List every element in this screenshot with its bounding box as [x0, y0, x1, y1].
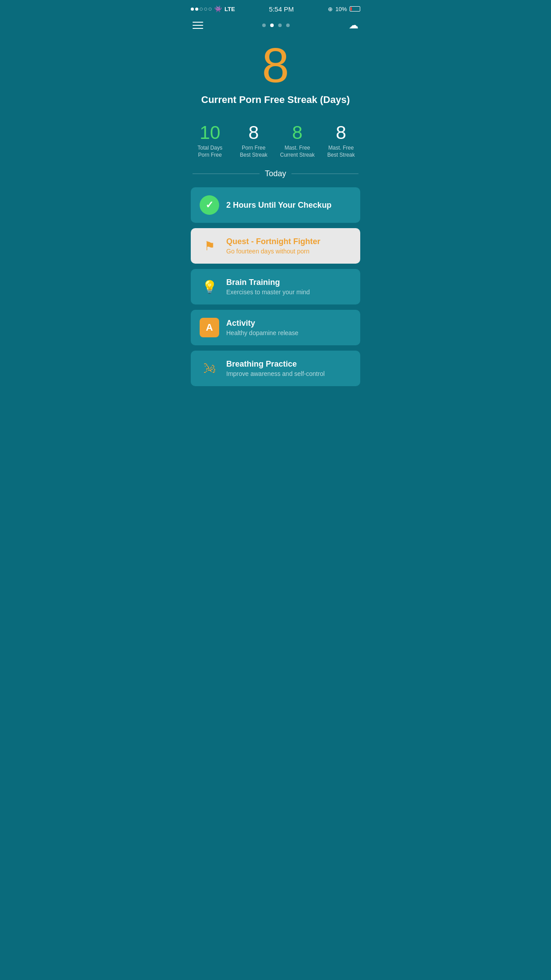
stats-row: 10 Total DaysPorn Free 8 Porn FreeBest S… [184, 115, 367, 169]
cloud-icon[interactable]: ☁ [349, 20, 358, 31]
stat-value-total-days: 10 [188, 123, 232, 142]
quest-subtitle: Go fourteen days without porn [226, 248, 351, 255]
page-dot-1[interactable] [262, 24, 266, 27]
signal-dot-1 [191, 8, 194, 11]
activity-letter: A [206, 322, 213, 333]
game-icon: 👾 [214, 5, 222, 12]
divider-left [193, 174, 260, 174]
check-circle-icon: ✓ [200, 195, 219, 215]
orientation-lock-icon: ⊕ [328, 6, 333, 12]
breathing-subtitle: Improve awareness and self-control [226, 370, 351, 377]
today-divider: Today [184, 169, 367, 187]
wind-symbol: 🌬 [203, 361, 216, 376]
activity-text: Activity Healthy dopamine release [226, 319, 351, 336]
quest-text: Quest - Fortnight Fighter Go fourteen da… [226, 237, 351, 255]
page-dot-4[interactable] [286, 24, 290, 27]
streak-label: Current Porn Free Streak (Days) [193, 94, 358, 106]
signal-dots [191, 8, 212, 11]
activity-subtitle: Healthy dopamine release [226, 329, 351, 336]
stat-label-total-days: Total DaysPorn Free [188, 145, 232, 158]
brain-title: Brain Training [226, 278, 351, 287]
flag-symbol: ⚑ [204, 239, 215, 253]
checkup-title: 2 Hours Until Your Checkup [226, 201, 351, 210]
battery-percent: 10% [335, 6, 347, 12]
hamburger-line-2 [193, 25, 203, 26]
breathing-text: Breathing Practice Improve awareness and… [226, 360, 351, 377]
checkup-text: 2 Hours Until Your Checkup [226, 201, 351, 210]
cards-section: ✓ 2 Hours Until Your Checkup ⚑ Quest - F… [184, 187, 367, 386]
hamburger-line-3 [193, 28, 203, 29]
wind-icon: 🌬 [200, 359, 219, 378]
hamburger-line-1 [193, 22, 203, 23]
stat-value-mast-free-best: 8 [319, 123, 363, 142]
quest-card[interactable]: ⚑ Quest - Fortnight Fighter Go fourteen … [191, 228, 360, 264]
page-indicator [262, 24, 290, 27]
nav-bar: ☁ [184, 16, 367, 36]
stat-label-porn-free-best: Porn FreeBest Streak [232, 145, 276, 158]
stat-value-mast-free-current: 8 [276, 123, 319, 142]
stat-value-porn-free-best: 8 [232, 123, 276, 142]
divider-right [291, 174, 358, 174]
activity-card[interactable]: A Activity Healthy dopamine release [191, 310, 360, 345]
flag-icon: ⚑ [200, 236, 219, 256]
signal-dot-2 [195, 8, 198, 11]
bulb-icon: 💡 [200, 277, 219, 296]
battery-body [350, 6, 360, 12]
status-time: 5:54 PM [269, 5, 294, 13]
quest-title: Quest - Fortnight Fighter [226, 237, 351, 246]
signal-dot-5 [209, 8, 212, 11]
lte-label: LTE [224, 6, 235, 12]
status-bar: 👾 LTE 5:54 PM ⊕ 10% [184, 0, 367, 16]
signal-dot-4 [204, 8, 207, 11]
today-label: Today [265, 169, 286, 178]
bottom-padding [184, 386, 367, 395]
status-left: 👾 LTE [191, 5, 235, 12]
activity-title: Activity [226, 319, 351, 328]
battery-icon [350, 6, 360, 12]
page-dot-3[interactable] [278, 24, 282, 27]
menu-button[interactable] [193, 22, 203, 29]
stat-porn-free-best: 8 Porn FreeBest Streak [232, 123, 276, 158]
stat-label-mast-free-current: Mast. FreeCurrent Streak [276, 145, 319, 158]
breathing-card[interactable]: 🌬 Breathing Practice Improve awareness a… [191, 351, 360, 386]
checkup-card[interactable]: ✓ 2 Hours Until Your Checkup [191, 187, 360, 223]
breathing-title: Breathing Practice [226, 360, 351, 369]
activity-icon: A [200, 318, 219, 337]
hero-section: 8 Current Porn Free Streak (Days) [184, 36, 367, 115]
signal-dot-3 [200, 8, 203, 11]
status-right: ⊕ 10% [328, 6, 360, 12]
stat-mast-free-best: 8 Mast. FreeBest Streak [319, 123, 363, 158]
battery-fill [350, 7, 352, 11]
stat-total-days: 10 Total DaysPorn Free [188, 123, 232, 158]
brain-text: Brain Training Exercises to master your … [226, 278, 351, 296]
current-streak-number: 8 [193, 41, 358, 90]
lightbulb-symbol: 💡 [202, 280, 217, 294]
page-dot-2[interactable] [270, 24, 274, 27]
stat-mast-free-current: 8 Mast. FreeCurrent Streak [276, 123, 319, 158]
stat-label-mast-free-best: Mast. FreeBest Streak [319, 145, 363, 158]
checkmark-icon: ✓ [205, 199, 213, 211]
brain-subtitle: Exercises to master your mind [226, 288, 351, 296]
brain-training-card[interactable]: 💡 Brain Training Exercises to master you… [191, 269, 360, 304]
